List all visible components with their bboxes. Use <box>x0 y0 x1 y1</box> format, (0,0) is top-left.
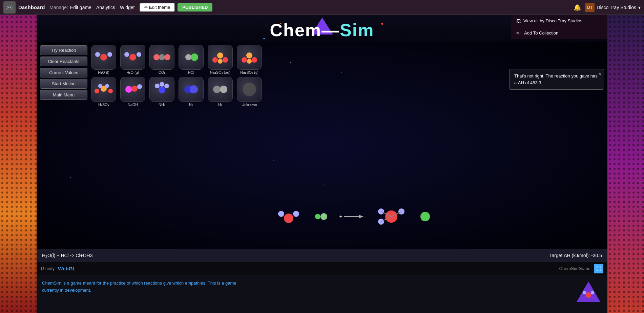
molecule-na2so4-s[interactable]: Na₂SO₄ (s) <box>236 45 263 75</box>
svg-point-24 <box>218 59 223 64</box>
analytics-link[interactable]: Analytics <box>96 5 115 10</box>
molecule-hcl-label: HCl <box>188 70 194 74</box>
molecule-h2-label: H₂ <box>218 103 222 107</box>
published-button[interactable]: PUBLISHED <box>178 3 212 12</box>
svg-point-13 <box>129 54 136 61</box>
app-logo: 🎮 <box>3 1 16 14</box>
reaction-mol-4 <box>418 210 432 223</box>
reaction-equation: H₂O(l) + HCl -> Cl+OH3 <box>42 253 93 258</box>
molecule-na2so4-aq[interactable]: Na₂SO₄ (aq) <box>207 45 234 75</box>
unity-u-icon: u <box>41 266 44 272</box>
target-dh: Target ΔH (kJ/mol): -30.5 <box>549 253 602 258</box>
svg-point-49 <box>315 214 320 219</box>
svg-point-35 <box>131 86 138 92</box>
molecule-n2-icon <box>179 77 204 102</box>
svg-point-39 <box>164 84 169 88</box>
molecule-naoh-label: NaOH <box>128 103 138 107</box>
game-menu: Try Reaction Clear Reactants Current Val… <box>40 45 87 100</box>
svg-point-60 <box>420 212 430 221</box>
fullscreen-button[interactable]: ⛶ <box>594 264 603 273</box>
svg-point-20 <box>191 53 198 61</box>
svg-point-45 <box>243 83 256 96</box>
molecule-h2so4[interactable]: H₂SO₄ <box>90 77 117 107</box>
molecule-n2-label: N₂ <box>189 103 193 107</box>
molecule-nh3-icon <box>149 77 174 102</box>
top-action-bar: 🖼 View all by Disco Tray Studios ≡+ Add … <box>511 15 607 39</box>
molecule-h2[interactable]: H₂ <box>207 77 234 107</box>
reaction-mol-3 <box>374 205 408 228</box>
studio-selector[interactable]: DT Disco Tray Studios ▾ <box>585 3 641 12</box>
add-collection-label: Add To Collection <box>524 30 558 36</box>
view-all-icon: 🖼 <box>516 18 521 23</box>
svg-point-22 <box>212 57 218 63</box>
unity-text: unity <box>45 266 55 271</box>
notification-bell-icon[interactable]: 🔔 <box>574 4 581 11</box>
molecule-h2o-g-icon <box>120 45 145 70</box>
dashboard-link[interactable]: Dashboard <box>18 4 45 10</box>
molecule-unknown[interactable]: Unknown <box>236 77 263 107</box>
molecule-naoh[interactable]: NaOH <box>119 77 146 107</box>
molecule-h2o-l-label: H₂O (l) <box>98 70 109 75</box>
unity-logo: u unity <box>41 266 55 272</box>
svg-point-36 <box>137 84 142 89</box>
molecule-h2o-g-label: H₂O (g) <box>127 70 139 75</box>
view-all-button[interactable]: 🖼 View all by Disco Tray Studios <box>511 15 607 27</box>
game-title-dash: — <box>321 20 340 40</box>
current-values-button[interactable]: Current Values <box>40 68 87 77</box>
edit-game-link[interactable]: Edit game <box>70 5 91 10</box>
svg-marker-52 <box>359 215 363 218</box>
molecule-hcl-icon <box>179 45 204 70</box>
svg-point-31 <box>108 89 113 93</box>
svg-point-18 <box>164 54 170 60</box>
error-tooltip: ✕ That's not right. The reaction you gav… <box>509 69 604 90</box>
svg-point-16 <box>153 54 160 60</box>
add-to-collection-button[interactable]: ≡+ Add To Collection <box>511 27 607 39</box>
molecule-h2o-l-icon <box>91 45 116 70</box>
molecule-h2so4-label: H₂SO₄ <box>98 103 109 107</box>
svg-point-14 <box>124 52 129 57</box>
svg-point-47 <box>278 211 284 217</box>
svg-point-62 <box>586 292 591 298</box>
game-title-chem: Chem <box>270 20 321 40</box>
navbar-right: 🔔 DT Disco Tray Studios ▾ <box>574 3 641 12</box>
molecule-h2o-g[interactable]: H₂O (g) <box>119 45 146 75</box>
svg-point-11 <box>95 52 100 57</box>
widget-link[interactable]: Widget <box>120 5 135 10</box>
molecule-h2o-l[interactable]: H₂O (l) <box>90 45 117 75</box>
svg-point-26 <box>242 57 247 63</box>
edit-theme-button[interactable]: ✏ Edit theme <box>140 3 175 12</box>
svg-point-34 <box>125 86 132 93</box>
game-logo-small <box>575 280 602 308</box>
svg-point-33 <box>105 84 109 88</box>
molecule-nh3-label: NH₃ <box>159 103 165 107</box>
add-collection-icon: ≡+ <box>516 30 521 36</box>
molecule-hcl[interactable]: HCl <box>178 45 205 75</box>
svg-point-9 <box>324 184 325 184</box>
molecule-h2-icon <box>208 77 233 102</box>
reaction-scene: + <box>275 205 432 228</box>
svg-marker-61 <box>577 282 600 302</box>
main-menu-button[interactable]: Main Menu <box>40 90 87 100</box>
start-motion-button[interactable]: Start Motion <box>40 79 87 89</box>
error-close-button[interactable]: ✕ <box>598 71 602 77</box>
molecule-n2[interactable]: N₂ <box>178 77 205 107</box>
svg-point-15 <box>137 52 141 57</box>
manage-label: Manage: <box>49 5 68 10</box>
svg-point-42 <box>190 85 198 93</box>
molecule-na2so4-s-label: Na₂SO₄ (s) <box>240 70 258 75</box>
molecule-co2-label: CO₂ <box>159 70 166 75</box>
try-reaction-button[interactable]: Try Reaction <box>40 45 87 55</box>
svg-point-6 <box>206 143 206 144</box>
svg-point-48 <box>293 211 299 217</box>
error-message: That's not right. The reaction you gave … <box>514 73 598 85</box>
molecule-nh3[interactable]: NH₃ <box>148 77 175 107</box>
molecule-co2-icon <box>149 45 174 70</box>
clear-reactants-button[interactable]: Clear Reactants <box>40 57 87 66</box>
svg-point-21 <box>217 52 223 59</box>
molecule-co2[interactable]: CO₂ <box>148 45 175 75</box>
webgl-label: WebGL <box>58 266 76 271</box>
svg-point-64 <box>591 291 594 294</box>
reaction-arrow: + <box>339 211 364 222</box>
svg-point-27 <box>252 57 257 63</box>
svg-point-54 <box>378 208 384 215</box>
